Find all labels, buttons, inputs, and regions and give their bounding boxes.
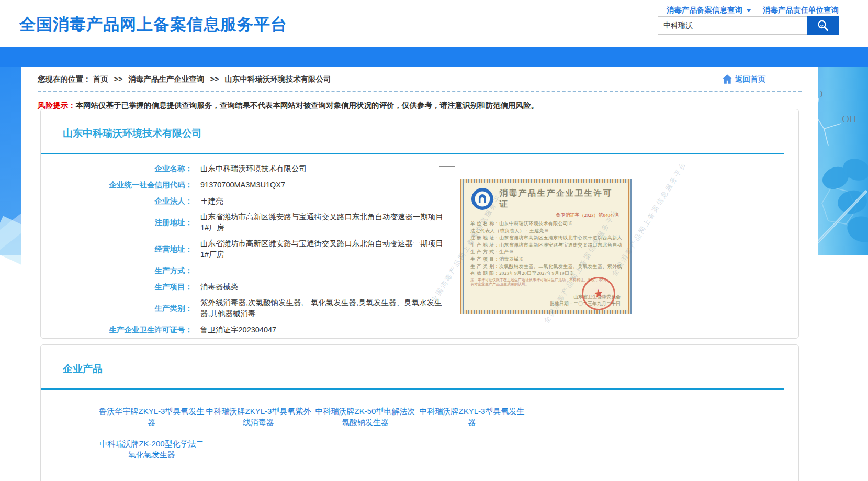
company-fields: 企业名称： 山东中科瑞沃环境技术有限公司 企业统一社会信用代码： 9137070…	[41, 163, 798, 339]
field-value: 紫外线消毒器,次氯酸钠发生器,二氧化氯发生器,臭氧发生器、臭氧水发生器,其他器械…	[200, 297, 444, 319]
certificate-lines: 单 位 名 称：山东中科瑞沃环境技术有限公司※ 法定代表人（或负责人）：王建亮※…	[470, 220, 622, 277]
field-label: 生产方式：	[41, 266, 193, 276]
breadcrumb-section-link[interactable]: 消毒产品生产企业查询	[129, 75, 205, 83]
certificate-line: 单 位 名 称：山东中科瑞沃环境技术有限公司※	[470, 220, 622, 228]
chevron-down-icon	[746, 9, 751, 12]
company-card-title: 山东中科瑞沃环境技术有限公司	[41, 109, 798, 140]
company-field-row: 企业法人： 王建亮	[41, 195, 798, 207]
field-value: 王建亮	[200, 196, 223, 207]
field-label: 企业名称：	[41, 164, 193, 174]
breadcrumb: 您现在的位置： 首页 >> 消毒产品生产企业查询 >> 山东中科瑞沃环境技术有限…	[38, 74, 331, 84]
products-card-title: 企业产品	[41, 345, 798, 376]
title-underline	[41, 153, 784, 154]
certificate-emblem-icon	[470, 187, 494, 211]
back-home-link[interactable]: 返回首页	[721, 73, 765, 85]
risk-text: 本网站仅基于已掌握的信息提供查询服务，查询结果不代表本网站对被查询对象信用状况的…	[76, 101, 539, 109]
company-products-card: 企业产品 鲁沃华宇牌ZKYL-3型臭氧发生器 中科瑞沃牌ZKYL-3型臭氧紫外线…	[40, 344, 799, 481]
certificate-header: 消毒产品生产企业卫生许可证	[470, 187, 622, 211]
product-link[interactable]: 中科瑞沃牌ZK-200型化学法二氧化氯发生器	[98, 438, 205, 460]
home-icon	[721, 73, 734, 85]
nav-link-label: 消毒产品备案信息查询	[667, 5, 742, 15]
certificate-line: 生 产 地 址：山东省潍坊市高新区潍安路与宝通街交叉路口东北角自动变速器一期项目…	[470, 242, 622, 249]
field-value: 消毒器械类	[200, 282, 239, 293]
company-field-row: 生产类别： 紫外线消毒器,次氯酸钠发生器,二氧化氯发生器,臭氧发生器、臭氧水发生…	[41, 297, 798, 319]
site-header: 全国消毒产品网上备案信息服务平台 消毒产品备案信息查询 消毒产品责任单位查询	[0, 0, 868, 47]
field-label: 生产企业卫生许可证号：	[41, 325, 193, 335]
company-field-row: 生产企业卫生许可证号： 鲁卫消证字202304047	[41, 324, 798, 335]
product-link[interactable]: 中科瑞沃牌ZKYL-3型臭氧紫外线消毒器	[205, 406, 312, 428]
certificate-line: 生 产 类 别：次氯酸钠发生器、二氧化氯发生器、臭氧发生器、紫外线消毒器械※	[470, 263, 622, 271]
nav-link-label: 消毒产品责任单位查询	[763, 5, 839, 15]
field-label: 生产类别：	[41, 304, 193, 314]
back-home-label: 返回首页	[735, 74, 765, 84]
field-label: 企业法人：	[41, 196, 193, 206]
company-field-row: 注册地址： 山东省潍坊市高新区潍安路与宝通街交叉路口东北角自动变速器一期项目1#…	[41, 211, 798, 233]
banner	[0, 47, 868, 67]
breadcrumb-home-link[interactable]: 首页	[93, 75, 108, 83]
top-nav: 消毒产品备案信息查询 消毒产品责任单位查询	[667, 5, 839, 15]
field-value: 山东省潍坊市高新区潍安路与宝通街交叉路口东北角自动变速器一期项目1#厂房	[200, 211, 444, 233]
breadcrumb-current: 山东中科瑞沃环境技术有限公司	[225, 75, 331, 83]
search-input[interactable]	[658, 16, 807, 35]
search-bar	[658, 16, 839, 35]
license-certificate-image: 消毒产品生产企业卫生许可证 鲁卫消证字（2023）第04047号 单 位 名 称…	[460, 179, 632, 314]
field-label: 经营地址：	[41, 244, 193, 254]
product-link[interactable]: 中科瑞沃牌ZKYL-3型臭氧发生器	[419, 406, 525, 428]
field-label: 企业统一社会信用代码：	[41, 180, 193, 190]
field-value: 山东省潍坊市高新区潍安路与宝通街交叉路口东北角自动变速器一期项目1#厂房	[200, 238, 444, 260]
breadcrumb-separator: >>	[114, 75, 123, 83]
search-button[interactable]	[807, 16, 839, 35]
field-value: 91370700MA3M3U1QX7	[200, 180, 285, 191]
certificate-line: 生 产 项 目：消毒器械※	[470, 256, 622, 263]
field-label: 注册地址：	[41, 218, 193, 228]
breadcrumb-separator: >>	[210, 75, 219, 83]
certificate-line: 生 产 方 式：生产※	[470, 249, 622, 256]
company-field-row: 生产方式：	[41, 265, 798, 276]
search-icon	[816, 19, 830, 32]
product-link[interactable]: 鲁沃华宇牌ZKYL-3型臭氧发生器	[98, 406, 205, 428]
product-list: 鲁沃华宇牌ZKYL-3型臭氧发生器 中科瑞沃牌ZKYL-3型臭氧紫外线消毒器 中…	[98, 406, 798, 460]
field-value: 山东中科瑞沃环境技术有限公司	[200, 163, 307, 174]
risk-label: 风险提示：	[38, 101, 76, 109]
product-link[interactable]: 中科瑞沃牌ZK-50型电解法次氯酸钠发生器	[312, 406, 419, 428]
company-field-row: 企业统一社会信用代码： 91370700MA3M3U1QX7	[41, 179, 798, 191]
site-title: 全国消毒产品网上备案信息服务平台	[19, 14, 287, 36]
company-info-card: 山东中科瑞沃环境技术有限公司 企业名称： 山东中科瑞沃环境技术有限公司 企业统一…	[40, 109, 799, 339]
certificate-line: 注 册 地 址：山东省潍坊市高新区玉清东街以北中心次干道以西高新大厦902号科苑…	[470, 234, 622, 242]
dashed-divider	[38, 91, 802, 92]
molecule-oh-label: OH	[842, 114, 856, 125]
company-field-row: 生产项目： 消毒器械类	[41, 281, 798, 293]
breadcrumb-prefix: 您现在的位置：	[38, 75, 91, 83]
nav-link-responsible-unit-query[interactable]: 消毒产品责任单位查询	[763, 5, 839, 15]
certificate-line: 有 效 期 限：2023年9月20日至2027年9月19日※	[470, 270, 622, 277]
certificate-number: 鲁卫消证字（2023）第04047号	[470, 212, 622, 219]
field-value: 鲁卫消证字202304047	[200, 325, 276, 335]
nav-link-registration-query[interactable]: 消毒产品备案信息查询	[667, 5, 751, 15]
breadcrumb-row: 您现在的位置： 首页 >> 消毒产品生产企业查询 >> 山东中科瑞沃环境技术有限…	[21, 67, 818, 85]
title-underline	[41, 388, 784, 390]
certificate-title: 消毒产品生产企业卫生许可证	[500, 188, 622, 210]
company-field-row: 经营地址： 山东省潍坊市高新区潍安路与宝通街交叉路口东北角自动变速器一期项目1#…	[41, 238, 798, 260]
field-label: 生产项目：	[41, 282, 193, 292]
content-container: 您现在的位置： 首页 >> 消毒产品生产企业查询 >> 山东中科瑞沃环境技术有限…	[21, 67, 818, 481]
certificate-line: 法定代表人（或负责人）：王建亮※	[470, 228, 622, 235]
mini-dash-decor	[439, 166, 455, 167]
company-field-row: 企业名称： 山东中科瑞沃环境技术有限公司	[41, 163, 798, 174]
